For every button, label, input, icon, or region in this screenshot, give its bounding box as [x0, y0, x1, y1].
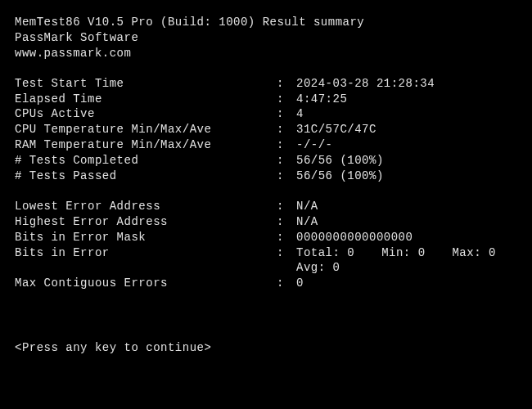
row-bits-in-error: Bits in Error : Total: 0 Min: 0 Max: 0 A…	[15, 245, 517, 276]
row-highest-error-address: Highest Error Address : N/A	[15, 214, 517, 230]
label-highest-error-address: Highest Error Address	[15, 214, 277, 230]
colon: :	[277, 245, 296, 276]
row-tests-passed: # Tests Passed : 56/56 (100%)	[15, 169, 517, 184]
row-cpu-temp: CPU Temperature Min/Max/Ave : 31C/57C/47…	[15, 122, 517, 137]
row-elapsed-time: Elapsed Time : 4:47:25	[15, 92, 517, 107]
value-max-contiguous-errors: 0	[296, 276, 517, 291]
header: MemTest86 V10.5 Pro (Build: 1000) Result…	[15, 15, 517, 61]
label-cpu-temp: CPU Temperature Min/Max/Ave	[15, 122, 277, 137]
press-any-key-prompt[interactable]: <Press any key to continue>	[15, 340, 517, 356]
vendor-name: PassMark Software	[15, 30, 517, 46]
label-tests-passed: # Tests Passed	[15, 169, 277, 184]
value-lowest-error-address: N/A	[296, 199, 517, 214]
value-elapsed-time: 4:47:25	[296, 92, 517, 107]
colon: :	[277, 106, 296, 122]
row-tests-completed: # Tests Completed : 56/56 (100%)	[15, 153, 517, 169]
colon: :	[277, 92, 296, 107]
colon: :	[277, 137, 296, 153]
label-cpus-active: CPUs Active	[15, 106, 277, 122]
colon: :	[277, 76, 296, 92]
colon: :	[277, 230, 296, 245]
row-lowest-error-address: Lowest Error Address : N/A	[15, 199, 517, 214]
value-ram-temp: -/-/-	[296, 137, 517, 153]
bits-in-error-min: Min: 0	[381, 246, 425, 259]
bits-in-error-avg: Avg: 0	[296, 261, 340, 274]
value-test-start-time: 2024-03-28 21:28:34	[296, 76, 517, 92]
label-ram-temp: RAM Temperature Min/Max/Ave	[15, 137, 277, 153]
bits-in-error-total: Total: 0	[296, 246, 354, 259]
value-tests-passed: 56/56 (100%)	[296, 169, 517, 184]
label-bits-error-mask: Bits in Error Mask	[15, 230, 277, 245]
label-tests-completed: # Tests Completed	[15, 153, 277, 169]
row-ram-temp: RAM Temperature Min/Max/Ave : -/-/-	[15, 137, 517, 153]
colon: :	[277, 199, 296, 214]
row-cpus-active: CPUs Active : 4	[15, 106, 517, 122]
value-cpu-temp: 31C/57C/47C	[296, 122, 517, 137]
bits-in-error-max: Max: 0	[452, 246, 495, 259]
row-test-start-time: Test Start Time : 2024-03-28 21:28:34	[15, 76, 517, 92]
summary-section-2: Lowest Error Address : N/A Highest Error…	[15, 199, 517, 291]
colon: :	[277, 169, 296, 184]
row-max-contiguous-errors: Max Contiguous Errors : 0	[15, 276, 517, 291]
label-test-start-time: Test Start Time	[15, 76, 277, 92]
value-highest-error-address: N/A	[296, 214, 517, 230]
label-max-contiguous-errors: Max Contiguous Errors	[15, 276, 277, 291]
label-bits-in-error: Bits in Error	[15, 245, 277, 276]
label-lowest-error-address: Lowest Error Address	[15, 199, 277, 214]
row-bits-error-mask: Bits in Error Mask : 0000000000000000	[15, 230, 517, 245]
colon: :	[277, 214, 296, 230]
value-bits-error-mask: 0000000000000000	[296, 230, 517, 245]
value-bits-in-error: Total: 0 Min: 0 Max: 0 Avg: 0	[296, 245, 517, 276]
colon: :	[277, 122, 296, 137]
app-title: MemTest86 V10.5 Pro (Build: 1000) Result…	[15, 15, 517, 30]
colon: :	[277, 153, 296, 169]
colon: :	[277, 276, 296, 291]
label-elapsed-time: Elapsed Time	[15, 92, 277, 107]
value-cpus-active: 4	[296, 106, 517, 122]
vendor-url: www.passmark.com	[15, 46, 517, 61]
summary-section-1: Test Start Time : 2024-03-28 21:28:34 El…	[15, 76, 517, 184]
value-tests-completed: 56/56 (100%)	[296, 153, 517, 169]
